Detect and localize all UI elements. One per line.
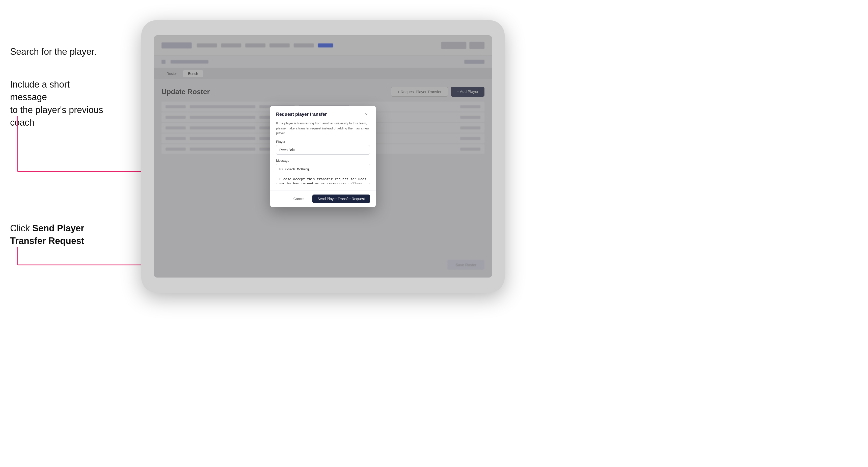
send-transfer-request-button[interactable]: Send Player Transfer Request xyxy=(312,194,370,203)
annotation-search-text: Search for the player. xyxy=(10,45,96,58)
modal-description: If the player is transferring from anoth… xyxy=(270,121,376,140)
modal-overlay: Request player transfer × If the player … xyxy=(154,35,492,278)
annotation-click-text: Click Send PlayerTransfer Request xyxy=(10,222,106,248)
modal-title: Request player transfer xyxy=(276,112,327,117)
modal-dialog: Request player transfer × If the player … xyxy=(270,106,376,207)
message-field-label: Message xyxy=(276,159,370,162)
modal-footer: Cancel Send Player Transfer Request xyxy=(270,190,376,207)
modal-close-button[interactable]: × xyxy=(363,111,370,118)
player-search-input[interactable] xyxy=(276,145,370,155)
tablet-screen: Roster Bench Update Roster + Request Pla… xyxy=(154,35,492,278)
message-textarea[interactable]: Hi Coach McHarg, Please accept this tran… xyxy=(276,164,370,184)
modal-body: Player Message Hi Coach McHarg, Please a… xyxy=(270,140,376,190)
tablet-device: Roster Bench Update Roster + Request Pla… xyxy=(141,20,505,293)
player-field-label: Player xyxy=(276,140,370,144)
cancel-button[interactable]: Cancel xyxy=(288,194,310,203)
modal-header: Request player transfer × xyxy=(270,106,376,121)
annotation-message-text: Include a short messageto the player's p… xyxy=(10,78,106,129)
